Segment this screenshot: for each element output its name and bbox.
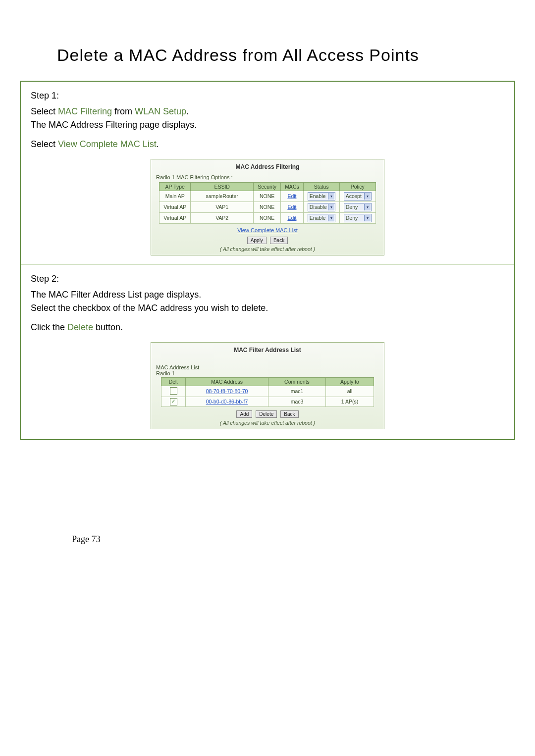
chevron-down-icon: ▾: [364, 193, 371, 200]
status-select[interactable]: Enable▾: [308, 214, 335, 222]
delete-checkbox[interactable]: [170, 387, 177, 395]
cell-applyto: all: [326, 386, 374, 397]
view-complete-mac-list-link-text: View Complete MAC List: [58, 139, 157, 149]
select-value: Disable: [310, 204, 327, 210]
text: The MAC Filter Address List page display…: [31, 290, 201, 300]
apply-button[interactable]: Apply: [247, 237, 267, 244]
chevron-down-icon: ▾: [328, 193, 334, 200]
panel1-subhead: Radio 1 MAC Filtering Options :: [151, 173, 384, 182]
panel2-note: ( All changes will take effect after reb…: [151, 420, 384, 429]
add-button[interactable]: Add: [236, 410, 252, 418]
col-del: Del.: [161, 377, 186, 386]
step-1-body: Select MAC Filtering from WLAN Setup. Th…: [31, 105, 504, 132]
panel2-buttons: Add Delete Back: [151, 409, 384, 420]
edit-macs-link[interactable]: Edit: [287, 215, 296, 221]
cell-aptype: Main AP: [160, 191, 191, 202]
step-2-label: Step 2:: [31, 274, 504, 284]
panel2-sub1: MAC Address List: [151, 363, 384, 370]
text: .: [157, 139, 159, 149]
panel2-sub2: Radio 1: [151, 370, 384, 377]
select-value: Enable: [310, 193, 326, 199]
chevron-down-icon: ▾: [328, 204, 334, 210]
policy-select[interactable]: Deny▾: [344, 214, 372, 222]
col-macs: MACs: [281, 182, 304, 191]
text: Click the: [31, 322, 67, 332]
panel1-link-row: View Complete MAC List: [151, 226, 384, 235]
text: from: [112, 106, 135, 116]
view-complete-mac-list-link[interactable]: View Complete MAC List: [237, 227, 297, 233]
mac-address-link[interactable]: 08-70-f8-70-80-70: [206, 388, 248, 394]
cell-applyto: 1 AP(s): [326, 397, 374, 406]
select-value: Enable: [310, 215, 326, 221]
col-applyto: Apply to: [326, 377, 374, 386]
policy-select[interactable]: Accept▾: [344, 192, 372, 201]
mac-address-filtering-panel: MAC Address Filtering Radio 1 MAC Filter…: [151, 159, 384, 255]
policy-select[interactable]: Deny▾: [344, 203, 372, 211]
col-policy: Policy: [339, 182, 375, 191]
text: Select: [31, 106, 58, 116]
table-header-row: AP Type ESSID Security MACs Status Polic…: [160, 182, 375, 191]
text: Select: [31, 139, 58, 149]
status-select[interactable]: Disable▾: [308, 203, 335, 211]
text: button.: [93, 322, 123, 332]
mac-filter-address-list-panel: MAC Filter Address List MAC Address List…: [151, 342, 384, 429]
select-value: Deny: [346, 215, 358, 221]
wlan-setup-link-text: WLAN Setup: [135, 106, 186, 116]
edit-macs-link[interactable]: Edit: [287, 193, 296, 199]
select-value: Deny: [346, 204, 358, 210]
text: Select the checkbox of the MAC address y…: [31, 303, 268, 313]
status-select[interactable]: Enable▾: [308, 192, 335, 201]
steps-container: Step 1: Select MAC Filtering from WLAN S…: [20, 81, 515, 440]
chevron-down-icon: ▾: [364, 204, 371, 210]
cell-aptype: Virtual AP: [160, 202, 191, 212]
cell-essid: VAP2: [191, 212, 254, 223]
mac-filtering-table: AP Type ESSID Security MACs Status Polic…: [159, 182, 375, 224]
table-row: Virtual AP VAP2 NONE Edit Enable▾ Deny▾: [160, 212, 375, 223]
table-row: ✓ 00-b0-d0-86-bb-f7 mac3 1 AP(s): [161, 397, 374, 406]
step-2-body: The MAC Filter Address List page display…: [31, 288, 504, 315]
mac-address-link[interactable]: 00-b0-d0-86-bb-f7: [206, 399, 248, 404]
cell-security: NONE: [254, 191, 281, 202]
panel1-wrap: MAC Address Filtering Radio 1 MAC Filter…: [31, 157, 504, 259]
cell-comments: mac1: [268, 386, 326, 397]
cell-comments: mac3: [268, 397, 326, 406]
mac-filtering-link-text: MAC Filtering: [58, 106, 112, 116]
col-security: Security: [254, 182, 281, 191]
panel2-wrap: MAC Filter Address List MAC Address List…: [31, 340, 504, 433]
cell-security: NONE: [254, 202, 281, 212]
panel1-buttons: Apply Back: [151, 235, 384, 246]
step-1-label: Step 1:: [31, 91, 504, 101]
panel2-title: MAC Filter Address List: [151, 343, 384, 356]
mac-address-list-table: Del. MAC Address Comments Apply to 08-70…: [161, 377, 374, 407]
edit-macs-link[interactable]: Edit: [287, 204, 296, 210]
cell-essid: sampleRouter: [191, 191, 254, 202]
back-button[interactable]: Back: [270, 237, 288, 244]
cell-essid: VAP1: [191, 202, 254, 212]
back-button[interactable]: Back: [280, 410, 298, 418]
step-1-section: Step 1: Select MAC Filtering from WLAN S…: [21, 82, 514, 265]
text: The MAC Address Filtering page displays.: [31, 120, 197, 130]
table-row: 08-70-f8-70-80-70 mac1 all: [161, 386, 374, 397]
cell-security: NONE: [254, 212, 281, 223]
col-aptype: AP Type: [160, 182, 191, 191]
page-number: Page 73: [72, 534, 535, 545]
panel1-note: ( All changes will take effect after reb…: [151, 246, 384, 255]
step-1-body-2: Select View Complete MAC List.: [31, 138, 504, 151]
delete-button-text: Delete: [67, 322, 93, 332]
panel1-title: MAC Address Filtering: [151, 159, 384, 173]
col-mac: MAC Address: [186, 377, 268, 386]
col-essid: ESSID: [191, 182, 254, 191]
text: .: [186, 106, 189, 116]
page-title: Delete a MAC Address from All Access Poi…: [57, 45, 478, 66]
delete-button[interactable]: Delete: [256, 410, 277, 418]
chevron-down-icon: ▾: [328, 215, 334, 221]
cell-aptype: Virtual AP: [160, 212, 191, 223]
chevron-down-icon: ▾: [364, 215, 371, 221]
delete-checkbox[interactable]: ✓: [170, 398, 177, 405]
col-status: Status: [303, 182, 339, 191]
table-row: Main AP sampleRouter NONE Edit Enable▾ A…: [160, 191, 375, 202]
step-2-section: Step 2: The MAC Filter Address List page…: [21, 265, 514, 439]
col-comments: Comments: [268, 377, 326, 386]
step-2-body-2: Click the Delete button.: [31, 321, 504, 334]
select-value: Accept: [346, 193, 362, 199]
